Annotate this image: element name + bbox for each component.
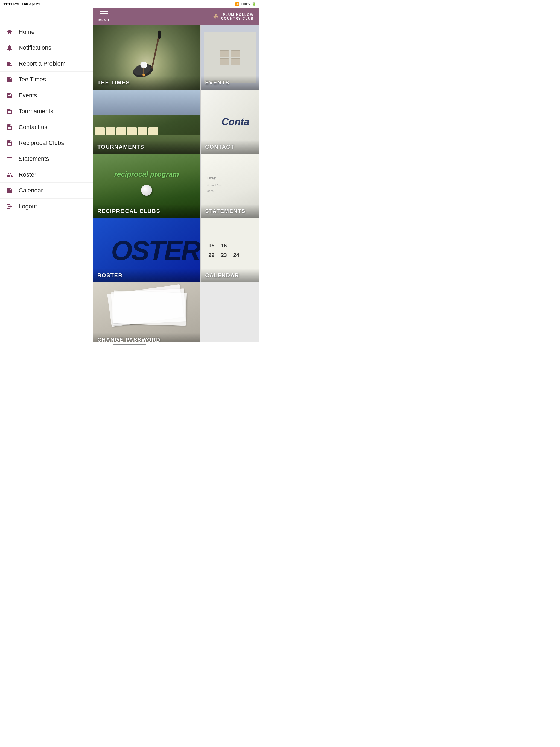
battery-level: 100% [241,2,250,6]
sidebar-item-reciprocal-clubs[interactable]: Reciprocal Clubs [0,135,93,151]
sidebar-label-report-problem: Report a Problem [19,60,66,67]
golf-club-svg [109,29,184,83]
doc-icon-tournaments [5,107,14,115]
doc-icon-events [5,91,14,100]
golf-ball-visual [141,185,152,196]
svg-rect-7 [158,30,160,38]
menu-button[interactable]: MENU [98,11,109,22]
tile-events-label: EVENTS [201,76,259,90]
tile-tee-times[interactable]: TEE TIMES [93,25,200,90]
club-crest-icon: ☘ [213,13,219,20]
tile-roster[interactable]: OSTER ROSTER [93,218,200,282]
sidebar-item-calendar[interactable]: Calendar [0,183,93,199]
app-container: Home Notifications Report a Problem [0,8,259,347]
list-icon [5,155,14,163]
sidebar-label-statements: Statements [19,155,49,162]
grid-container: TEE TIMES [93,25,259,347]
calendar-visual: 15 16 22 23 24 [204,239,256,262]
status-indicators: 📶 100% 🔋 [235,2,256,6]
sidebar-label-reciprocal-clubs: Reciprocal Clubs [19,139,64,147]
wrench-icon [5,60,14,68]
sidebar-item-notifications[interactable]: Notifications [0,40,93,56]
sidebar-label-home: Home [19,28,35,35]
tile-empty-last [200,282,259,347]
sidebar-item-logout[interactable]: Logout [0,199,93,214]
tile-contact-label: CONTACT [201,140,259,154]
tile-contact[interactable]: Conta CONTACT [200,90,259,154]
reciprocal-program-text: reciprocal program [114,170,179,179]
sidebar-label-contact-us: Contact us [19,124,47,131]
hamburger-icon [100,11,108,17]
tile-tournaments[interactable]: TOURNAMENTS [93,90,200,154]
doc-icon-reciprocal [5,139,14,147]
sidebar-label-notifications: Notifications [19,44,51,51]
tile-reciprocal[interactable]: reciprocal program RECIPROCAL CLUBS [93,154,200,218]
contact-text-visual: Conta [222,116,249,128]
sidebar-item-statements[interactable]: Statements [0,151,93,167]
sidebar-item-events[interactable]: Events [0,87,93,103]
doc-icon-calendar [5,186,14,195]
tile-reciprocal-label: RECIPROCAL CLUBS [93,204,200,218]
tile-calendar[interactable]: 15 16 22 23 24 CALENDAR [200,218,259,282]
sidebar-item-home[interactable]: Home [0,24,93,40]
doc-icon-tee [5,75,14,84]
sidebar-label-tournaments: Tournaments [19,108,53,115]
home-icon [5,28,14,36]
status-time: 11:11 PM Thu Apr 21 [3,2,40,6]
club-name-line1: PLUM HOLLOW [221,13,254,17]
bell-icon [5,44,14,52]
tile-change-password[interactable]: CHANGE PASSWORD [93,282,200,347]
club-logo: ☘ PLUM HOLLOW COUNTRY CLUB [213,13,254,21]
roster-big-text: OSTER [111,235,200,266]
person-icon [5,171,14,179]
status-bar: 11:11 PM Thu Apr 21 📶 100% 🔋 [0,0,259,8]
tile-roster-label: ROSTER [93,268,200,282]
sidebar-item-tee-times[interactable]: Tee Times [0,72,93,87]
main-content: MENU ☘ PLUM HOLLOW COUNTRY CLUB [93,8,259,347]
home-indicator [113,344,146,345]
battery-icon: 🔋 [252,2,256,6]
menu-label: MENU [98,18,109,22]
tile-tee-times-label: TEE TIMES [93,76,200,90]
tile-statements-label: STATEMENTS [201,204,259,218]
club-name: PLUM HOLLOW COUNTRY CLUB [221,13,254,21]
tile-tournaments-label: TOURNAMENTS [93,140,200,154]
sidebar-label-roster: Roster [19,171,36,178]
tile-statements[interactable]: Charge Amount Paid $0.00 STATEMENTS [200,154,259,218]
sidebar-item-contact-us[interactable]: Contact us [0,119,93,135]
sidebar-label-events: Events [19,92,37,99]
wifi-icon: 📶 [235,2,239,6]
exit-icon [5,202,14,210]
tile-events[interactable]: EVENTS [200,25,259,90]
main-header: MENU ☘ PLUM HOLLOW COUNTRY CLUB [93,8,259,25]
tile-calendar-label: CALENDAR [201,268,259,282]
sidebar-item-tournaments[interactable]: Tournaments [0,103,93,119]
sidebar-label-calendar: Calendar [19,187,43,194]
sidebar-header [0,8,93,24]
sidebar: Home Notifications Report a Problem [0,8,93,347]
club-name-line2: COUNTRY CLUB [221,17,254,21]
doc-icon-contact [5,123,14,131]
svg-point-3 [140,61,146,67]
sidebar-item-roster[interactable]: Roster [0,167,93,183]
sidebar-label-tee-times: Tee Times [19,76,46,83]
sidebar-label-logout: Logout [19,203,37,210]
svg-line-6 [152,34,159,68]
sidebar-item-report-problem[interactable]: Report a Problem [0,56,93,72]
